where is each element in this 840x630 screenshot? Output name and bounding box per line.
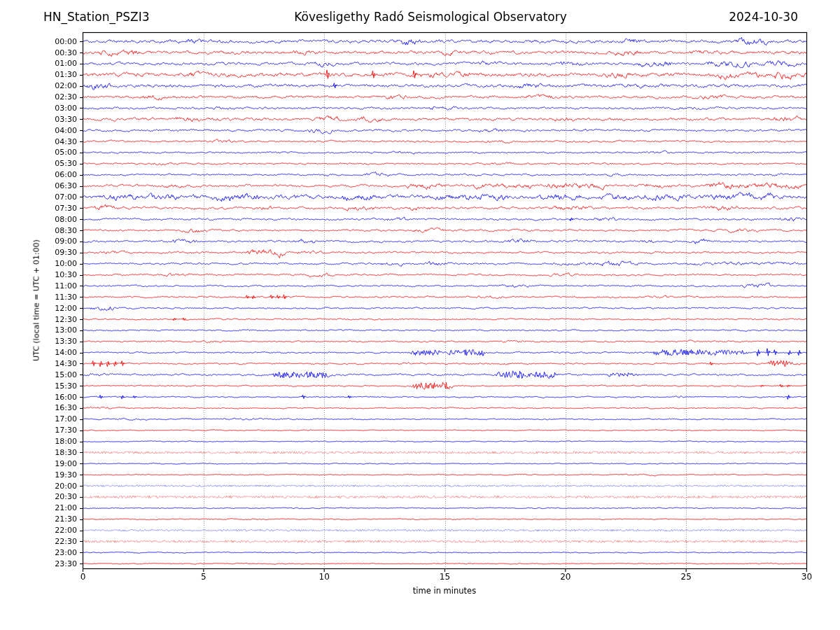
y-tick-label-0000: 00:00: [0, 37, 77, 46]
x-tick-label-5: 5: [190, 572, 218, 582]
x-tick-label-20: 20: [552, 572, 580, 582]
y-tick-label-2030: 20:30: [0, 492, 77, 501]
y-tick-label-1000: 10:00: [0, 259, 77, 268]
y-tick-label-2300: 23:00: [0, 548, 77, 557]
y-tick-label-0800: 08:00: [0, 215, 77, 224]
y-tick-label-0400: 04:00: [0, 126, 77, 135]
y-tick-label-1400: 14:00: [0, 348, 77, 357]
y-tick-label-0300: 03:00: [0, 104, 77, 113]
y-tick-label-1800: 18:00: [0, 437, 77, 446]
y-tick-label-0200: 02:00: [0, 81, 77, 90]
y-tick-label-0500: 05:00: [0, 148, 77, 157]
y-tick-label-1700: 17:00: [0, 414, 77, 424]
y-tick-label-2230: 22:30: [0, 537, 77, 546]
y-tick-label-1530: 15:30: [0, 382, 77, 391]
y-tick-label-0930: 09:30: [0, 248, 77, 257]
y-tick-label-2100: 21:00: [0, 503, 77, 512]
x-tick-label-25: 25: [672, 572, 700, 582]
helicorder-page: { "header": { "station": "HN_Station_PSZ…: [0, 0, 840, 630]
y-tick-label-1730: 17:30: [0, 426, 77, 435]
y-tick-label-2200: 22:00: [0, 526, 77, 535]
y-tick-label-1100: 11:00: [0, 281, 77, 290]
y-tick-label-1630: 16:30: [0, 403, 77, 412]
y-tick-label-1300: 13:00: [0, 326, 77, 335]
y-tick-label-0830: 08:30: [0, 226, 77, 235]
y-tick-label-0530: 05:30: [0, 159, 77, 168]
helicorder-plot: [0, 0, 840, 630]
x-tick-label-15: 15: [431, 572, 459, 582]
y-tick-label-1900: 19:00: [0, 459, 77, 468]
y-tick-label-0630: 06:30: [0, 181, 77, 190]
x-tick-label-0: 0: [69, 572, 97, 582]
y-tick-label-0900: 09:00: [0, 237, 77, 246]
y-tick-label-0230: 02:30: [0, 92, 77, 102]
y-tick-label-1200: 12:00: [0, 304, 77, 313]
date-title: 2024-10-30: [729, 10, 798, 24]
y-tick-label-2330: 23:30: [0, 559, 77, 568]
y-tick-label-1030: 10:30: [0, 270, 77, 279]
y-tick-label-0130: 01:30: [0, 70, 77, 79]
station-title: HN_Station_PSZI3: [43, 10, 149, 24]
y-tick-label-1430: 14:30: [0, 359, 77, 368]
y-tick-label-0600: 06:00: [0, 170, 77, 179]
observatory-title: Kövesligethy Radó Seismological Observat…: [294, 10, 567, 24]
y-tick-label-0330: 03:30: [0, 115, 77, 124]
y-tick-label-1600: 16:00: [0, 393, 77, 402]
x-tick-label-30: 30: [793, 572, 821, 582]
y-tick-label-0730: 07:30: [0, 204, 77, 213]
y-tick-label-0430: 04:30: [0, 137, 77, 146]
y-tick-label-1500: 15:00: [0, 370, 77, 379]
y-tick-label-1230: 12:30: [0, 315, 77, 324]
y-tick-label-1930: 19:30: [0, 470, 77, 479]
y-tick-label-2130: 21:30: [0, 514, 77, 524]
y-tick-label-2000: 20:00: [0, 482, 77, 491]
x-axis-label: time in minutes: [413, 586, 476, 596]
y-tick-label-1330: 13:30: [0, 337, 77, 346]
y-tick-label-0700: 07:00: [0, 192, 77, 202]
y-tick-label-1130: 11:30: [0, 293, 77, 302]
x-tick-label-10: 10: [310, 572, 338, 582]
y-tick-label-1830: 18:30: [0, 448, 77, 457]
y-tick-label-0030: 00:30: [0, 48, 77, 57]
y-tick-label-0100: 01:00: [0, 59, 77, 68]
